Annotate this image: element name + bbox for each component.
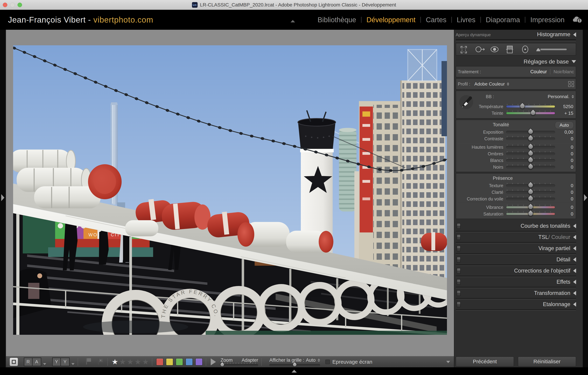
vibrance-value[interactable]: 0 (555, 205, 574, 210)
hide-right-panel-arrow-icon[interactable] (584, 194, 587, 201)
color-label-yellow[interactable] (166, 358, 173, 365)
reference-view-dropdown-icon[interactable] (43, 363, 46, 365)
calibration-expand-arrow-icon[interactable] (573, 302, 576, 307)
tint-value[interactable]: + 15 (555, 111, 574, 116)
basic-panel-title[interactable]: Réglages de base (524, 58, 569, 65)
whites-slider[interactable] (506, 159, 555, 162)
treatment-color-option[interactable]: Couleur (530, 69, 547, 74)
module-print[interactable]: Impression (526, 16, 569, 24)
histogram-title[interactable]: Histogramme (537, 31, 570, 38)
temperature-value[interactable]: 5250 (555, 104, 574, 109)
module-book[interactable]: Livres (452, 16, 480, 24)
grid-mode-dropdown-icon[interactable] (318, 359, 320, 362)
tone-curve-toggle[interactable] (457, 223, 461, 229)
filmstrip-collapsed-bar[interactable] (0, 367, 588, 375)
hsl-expand-arrow-icon[interactable] (573, 235, 576, 239)
panel-calibration[interactable]: Etalonnage (456, 299, 576, 309)
module-develop[interactable]: Développement (362, 16, 420, 24)
star-2-icon[interactable]: ★ (119, 357, 126, 366)
soft-proof-label[interactable]: Epreuvage écran (332, 359, 372, 365)
texture-slider[interactable] (506, 184, 555, 187)
histogram-collapse-arrow-icon[interactable] (573, 32, 576, 37)
star-5-icon[interactable]: ★ (142, 357, 149, 366)
module-map[interactable]: Cartes (421, 16, 451, 24)
contrast-value[interactable]: 0 (555, 136, 574, 142)
blacks-value[interactable]: 0 (555, 164, 574, 170)
show-filmstrip-arrow-icon[interactable] (292, 370, 297, 373)
clarity-value[interactable]: 0 (555, 190, 574, 195)
close-window-button[interactable] (3, 3, 7, 7)
temperature-slider[interactable] (506, 105, 555, 108)
calibration-toggle[interactable] (457, 302, 461, 307)
panel-lens-corrections[interactable]: Corrections de l'objectif (456, 266, 576, 276)
tool-strip[interactable] (456, 43, 576, 56)
star-rating[interactable]: ★ ★ ★ ★ ★ (112, 357, 149, 366)
right-panel-collapse-strip[interactable] (583, 30, 588, 367)
panel-effects[interactable]: Effets (456, 277, 576, 287)
color-label-purple[interactable] (195, 358, 203, 365)
effects-expand-arrow-icon[interactable] (573, 280, 576, 284)
transform-toggle[interactable] (457, 290, 461, 296)
pick-flag-icon[interactable] (85, 357, 93, 366)
reject-flag-icon[interactable]: × (96, 357, 104, 366)
before-after-dropdown-icon[interactable] (71, 363, 74, 365)
toolbar-options-dropdown-icon[interactable] (446, 361, 450, 363)
highlights-slider[interactable] (506, 146, 555, 148)
module-slideshow[interactable]: Diaporama (482, 16, 524, 24)
auto-tone-button[interactable]: Auto (555, 122, 574, 129)
histogram-panel-header[interactable]: Aperçu dynamique Histogramme (456, 31, 576, 38)
previous-button[interactable]: Précédent (456, 356, 514, 367)
blacks-slider[interactable] (506, 166, 555, 168)
panel-tone-curve[interactable]: Courbe des tonalités (456, 221, 576, 231)
effects-toggle[interactable] (457, 279, 461, 285)
white-balance-eyedropper-icon[interactable] (458, 94, 475, 111)
window-controls[interactable] (3, 3, 22, 7)
profile-value[interactable]: Adobe Couleur (474, 81, 505, 87)
zoom-slider[interactable] (220, 364, 258, 366)
fit-label[interactable]: Adapter (242, 357, 258, 363)
shadows-value[interactable]: 0 (555, 151, 574, 157)
vibrance-slider[interactable] (506, 206, 555, 209)
histogram-collapsed-strip[interactable] (456, 39, 576, 41)
basic-panel-header[interactable]: Réglages de base (456, 58, 576, 65)
panel-transform[interactable]: Transformation (456, 288, 576, 298)
color-label-blue[interactable] (186, 358, 193, 365)
panel-split-toning[interactable]: Virage partiel (456, 243, 576, 253)
star-1-icon[interactable]: ★ (112, 357, 118, 366)
contrast-slider[interactable] (506, 137, 555, 140)
exposure-slider[interactable] (506, 131, 555, 133)
grid-size-slider[interactable] (269, 364, 320, 366)
tint-slider[interactable] (506, 112, 555, 114)
color-label-green[interactable] (176, 358, 183, 365)
panel-detail[interactable]: Détail (456, 255, 576, 264)
wb-dropdown-icon[interactable] (572, 95, 574, 98)
star-3-icon[interactable]: ★ (127, 357, 134, 366)
detail-toggle[interactable] (457, 257, 461, 262)
saturation-slider[interactable] (506, 213, 555, 215)
zoom-window-button[interactable] (18, 3, 22, 7)
split-toning-toggle[interactable] (457, 246, 461, 251)
split-toning-expand-arrow-icon[interactable] (573, 246, 576, 251)
loupe-view-button[interactable] (10, 358, 18, 366)
photo-star-ferry[interactable]: WORLD CITY (13, 45, 447, 335)
impromptu-slideshow-icon[interactable] (211, 358, 216, 365)
highlights-value[interactable]: 0 (555, 144, 574, 150)
clarity-slider[interactable] (506, 191, 555, 193)
grid-mode[interactable]: Auto (306, 357, 320, 363)
saturation-value[interactable]: 0 (555, 211, 574, 217)
color-labels[interactable] (156, 358, 203, 365)
soft-proof-checkbox[interactable] (325, 360, 330, 364)
profile-dropdown-icon[interactable] (507, 82, 509, 86)
top-panel-collapse-arrow-icon[interactable] (291, 20, 295, 22)
shadows-slider[interactable] (506, 152, 555, 155)
reset-button[interactable]: Réinitialiser (518, 356, 576, 367)
show-left-panel-arrow-icon[interactable] (1, 194, 4, 201)
detail-expand-arrow-icon[interactable] (573, 257, 576, 262)
dehaze-value[interactable]: 0 (555, 196, 574, 202)
whites-value[interactable]: 0 (555, 158, 574, 163)
hsl-toggle[interactable] (457, 234, 461, 240)
treatment-bw-option[interactable]: Noir/blanc (554, 69, 574, 74)
transform-expand-arrow-icon[interactable] (573, 291, 576, 295)
profile-browser-icon[interactable] (568, 81, 574, 87)
lens-corrections-toggle[interactable] (457, 268, 461, 274)
